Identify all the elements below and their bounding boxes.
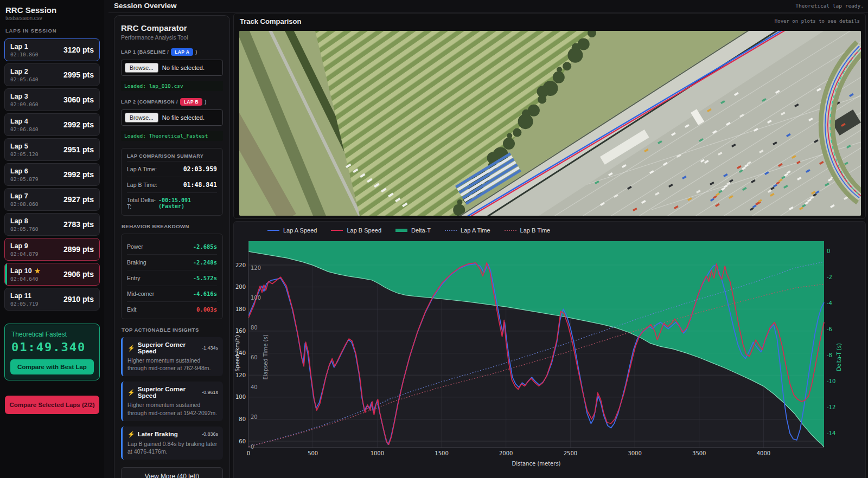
track-comparison-panel: Track Comparison Hover on plots to see d… <box>233 13 866 219</box>
lap-time: 02:05.760 <box>10 226 38 232</box>
lap-name: Lap 8 <box>10 217 38 225</box>
svg-text:4000: 4000 <box>757 450 770 456</box>
lap1-browse-button[interactable]: Browse... <box>125 63 158 73</box>
session-sidebar: RRC Session testsession.csv LAPS IN SESS… <box>0 0 104 478</box>
legend-swatch-lap-b-time <box>505 230 516 231</box>
lap-list-item[interactable]: Lap 11 02:05.719 2910 pts <box>4 288 100 311</box>
breakdown-header: BEHAVIOR BREAKDOWN <box>122 223 223 229</box>
legend-swatch-lap-b-speed <box>331 230 343 231</box>
lap1-file-input[interactable]: Browse... No file selected. <box>121 60 223 76</box>
lap-list-item[interactable]: Lap 6 02:05.879 2992 pts <box>4 163 100 186</box>
lap2-file-status: No file selected. <box>162 114 205 121</box>
legend-item: Lap B Speed <box>331 227 381 234</box>
lap2-file-input[interactable]: Browse... No file selected. <box>121 109 223 126</box>
lap-points: 2906 pts <box>63 270 94 279</box>
svg-text:1500: 1500 <box>435 450 448 456</box>
session-filename: testsession.csv <box>5 15 100 21</box>
insight-card[interactable]: ⚡ Superior Corner Speed -0.961s Higher m… <box>121 382 223 421</box>
insight-delta: -0.961s <box>202 390 218 395</box>
compare-best-lap-button[interactable]: Compare with Best Lap <box>10 359 94 374</box>
svg-text:0: 0 <box>251 444 254 450</box>
lap-points: 2951 pts <box>63 145 94 154</box>
lap-time: 02:05.719 <box>10 301 38 307</box>
svg-text:0: 0 <box>827 248 830 254</box>
legend-item: Lap A Time <box>445 227 490 234</box>
svg-text:Delta-T (s): Delta-T (s) <box>836 343 842 371</box>
breakdown-row: Exit 0.003s <box>127 301 217 317</box>
bolt-icon: ⚡ <box>127 389 135 396</box>
svg-text:40: 40 <box>251 384 258 390</box>
svg-text:80: 80 <box>239 416 246 422</box>
svg-text:-14: -14 <box>827 430 835 436</box>
star-icon: ★ <box>35 267 41 275</box>
svg-text:80: 80 <box>251 325 258 331</box>
insight-delta: -0.836s <box>202 431 218 437</box>
bolt-icon: ⚡ <box>127 345 135 352</box>
lap-list-item[interactable]: Lap 5 02:05.120 2951 pts <box>4 138 100 161</box>
view-more-button[interactable]: View More (40 left) <box>121 467 223 478</box>
lap-points: 2995 pts <box>63 70 94 79</box>
insight-card[interactable]: ⚡ Superior Corner Speed -1.434s Higher m… <box>121 337 223 376</box>
theoretical-fastest-time: 01:49.340 <box>11 340 94 354</box>
breakdown-row: Braking -2.248s <box>127 254 217 270</box>
legend-item: Lap A Speed <box>267 227 317 234</box>
lap2-label: LAP 2 (COMPARISON / LAP B ) <box>121 98 223 106</box>
svg-text:0: 0 <box>247 450 250 456</box>
lap2-browse-button[interactable]: Browse... <box>125 113 158 122</box>
lap-name: Lap 1 <box>10 43 38 50</box>
insight-card[interactable]: ⚡ Later Braking -0.836s Lap B gained 0.8… <box>121 427 223 460</box>
lap-points: 3060 pts <box>63 95 94 104</box>
track-map[interactable] <box>239 31 861 216</box>
svg-text:60: 60 <box>251 354 258 360</box>
lap-name: Lap 6 <box>10 167 38 175</box>
svg-text:-10: -10 <box>827 378 835 384</box>
legend-item: Delta-T <box>395 227 431 234</box>
svg-text:160: 160 <box>235 328 246 334</box>
summary-row-delta: Total Delta-T: -00:15.091 (Faster) <box>127 192 217 214</box>
svg-text:-8: -8 <box>827 352 832 358</box>
svg-text:100: 100 <box>235 394 246 400</box>
lap-name: Lap 5 <box>10 143 38 150</box>
insights-header: TOP ACTIONABLE INSIGHTS <box>122 327 223 333</box>
svg-text:-12: -12 <box>827 404 835 410</box>
comparator-subtitle: Performance Analysis Tool <box>121 34 223 41</box>
svg-text:200: 200 <box>235 284 246 290</box>
compare-selected-laps-button[interactable]: Compare Selected Laps (2/2) <box>5 396 99 414</box>
lap-name: Lap 4 <box>10 118 38 125</box>
svg-text:220: 220 <box>235 262 246 268</box>
svg-text:20: 20 <box>251 414 258 420</box>
track-panel-hint: Hover on plots to see details <box>775 18 860 24</box>
telemetry-chart[interactable]: 6080100120140160180200220020406080100120… <box>234 222 866 478</box>
lap-name: Lap 10★ <box>10 267 40 275</box>
comparator-title: RRC Comparator <box>121 23 223 33</box>
lap-list-item[interactable]: Lap 2 02:05.640 2995 pts <box>4 63 100 86</box>
lap-list-item[interactable]: Lap 9 02:04.879 2899 pts <box>4 238 100 261</box>
lap-name: Lap 9 <box>10 242 38 250</box>
lap1-loaded-status: Loaded: lap_010.csv <box>121 81 223 91</box>
lap-points: 2783 pts <box>63 220 94 229</box>
lap-list-item[interactable]: Lap 7 02:08.060 2927 pts <box>4 188 100 211</box>
svg-text:-6: -6 <box>827 326 832 332</box>
chart-legend: Lap A Speed Lap B Speed Delta-T Lap A Ti… <box>267 227 550 234</box>
lap-points: 2927 pts <box>63 195 94 204</box>
total-delta-value: -00:15.091 (Faster) <box>158 197 217 209</box>
lap-b-time-value: 01:48.841 <box>183 181 217 189</box>
summary-header: LAP COMPARISON SUMMARY <box>127 153 217 159</box>
summary-row: Lap B Time: 01:48.841 <box>127 177 217 192</box>
lap1-label: LAP 1 (BASELINE / LAP A ) <box>121 48 223 56</box>
lap-time: 02:06.840 <box>10 126 38 132</box>
lap-list-item[interactable]: Lap 1 02:10.860 3120 pts <box>4 38 100 61</box>
lap-list-item[interactable]: Lap 8 02:05.760 2783 pts <box>4 213 100 236</box>
lap-list-item-best[interactable]: Lap 10★ 02:04.640 2906 pts <box>4 263 100 286</box>
legend-swatch-delta-t <box>395 229 407 232</box>
lap-list-item[interactable]: Lap 3 02:09.060 3060 pts <box>4 88 100 111</box>
track-map-image[interactable] <box>239 31 861 216</box>
insight-delta: -1.434s <box>202 345 218 351</box>
theoretical-fastest-card: Theoretical Fastest 01:49.340 Compare wi… <box>4 324 100 380</box>
lap-name: Lap 11 <box>10 292 38 300</box>
comparator-panel: RRC Comparator Performance Analysis Tool… <box>114 15 230 478</box>
svg-text:100: 100 <box>251 295 261 301</box>
main-header: Session Overview Theoretical lap ready. <box>108 0 868 13</box>
lap-list-item[interactable]: Lap 4 02:06.840 2992 pts <box>4 113 100 136</box>
breakdown-row: Entry -5.572s <box>127 270 217 286</box>
